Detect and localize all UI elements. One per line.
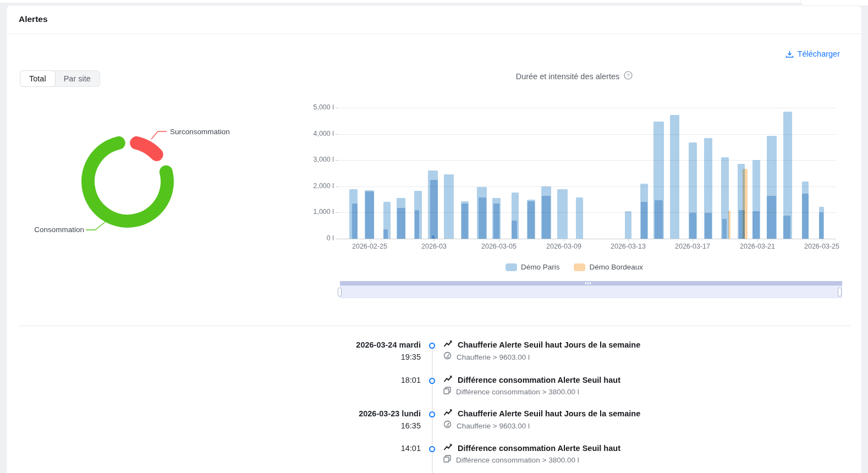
header-divider [7,34,861,34]
svg-text:?: ? [627,72,630,78]
x-axis-label: 2026-03-13 [598,243,658,250]
datazoom-left-handle[interactable] [338,288,342,296]
legend-item-p[interactable]: Démo Paris [506,263,560,271]
alert-title: Chaufferie Alerte Seuil haut Jours de la… [458,408,640,420]
timeline-dot [429,343,435,349]
legend-swatch [506,263,517,271]
x-axis-tick [370,239,370,241]
alert-date: 2026-03-24 mardi [356,339,421,351]
donut-slice-surconsommation[interactable] [136,143,156,155]
datazoom-grip-icon[interactable] [585,282,591,284]
alert-bar-demo-bordeaux[interactable] [743,169,748,239]
diff-icon [443,455,451,466]
legend-item-b[interactable]: Démo Bordeaux [574,263,643,271]
alert-bar-demo-paris[interactable] [576,197,583,239]
alert-bar-demo-paris[interactable] [397,208,405,239]
timeline-dot [429,446,435,452]
alert-bar-demo-paris[interactable] [352,204,358,239]
alert-time: 18:01 [401,375,421,387]
y-axis-tick [336,108,338,108]
alert-bar-demo-paris[interactable] [752,211,760,239]
alert-datetime: 2026-03-24 mardi19:35 [356,339,421,363]
view-mode-tabs: Total Par site [20,70,100,87]
x-axis-label: 2026-03-21 [727,243,788,250]
gridline [338,134,836,135]
x-axis-label: 2026-02-25 [339,243,400,250]
alert-bar-demo-paris[interactable] [625,211,631,239]
trending-up-icon [443,339,453,351]
alert-bar-demo-paris[interactable] [542,196,551,239]
alert-bar-demo-paris[interactable] [528,201,535,239]
alert-title: Différence consommation Alerte Seuil hau… [458,375,620,386]
alert-bar-demo-paris[interactable] [479,197,486,239]
download-button[interactable]: Télécharger [785,50,840,58]
x-axis-tick [434,239,435,241]
tab-par-site[interactable]: Par site [55,71,100,86]
alert-title-row: Chaufferie Alerte Seuil haut Jours de la… [443,408,640,420]
alert-bar-demo-paris[interactable] [430,180,438,239]
alert-title: Chaufferie Alerte Seuil haut Jours de la… [458,339,640,351]
tab-total[interactable]: Total [20,70,56,87]
x-axis-tick [628,239,629,241]
alert-bar-demo-paris[interactable] [512,221,517,239]
alert-row[interactable]: 14:01Différence consommation Alerte Seui… [0,443,868,473]
download-label: Télécharger [798,50,840,58]
alert-datetime: 18:01 [401,375,421,387]
alert-date: 2026-03-23 lundi [359,408,421,420]
consumption-donut-chart: Surconsommation Consommation [0,107,275,256]
alert-detail: Différence consommation > 3800.00 l [456,387,579,398]
download-icon [785,50,794,58]
datazoom-selected-area[interactable] [340,285,842,298]
y-axis-tick [336,160,338,161]
alert-bar-demo-paris[interactable] [670,115,679,239]
alert-bar-demo-paris[interactable] [689,213,696,239]
alert-bar-demo-paris[interactable] [383,229,388,239]
y-axis-tick [336,239,338,239]
gridline [338,160,836,161]
datazoom-move-handle[interactable] [340,281,842,285]
alert-datetime: 14:01 [401,443,421,455]
alert-bar-demo-paris[interactable] [722,219,727,239]
help-icon[interactable]: ? [624,71,633,81]
alert-detail: Chaufferie > 9603.00 l [457,352,530,363]
alert-bar-demo-paris[interactable] [462,204,468,239]
x-axis-tick [499,239,499,241]
y-axis-tick [336,134,338,135]
alert-bar-demo-paris[interactable] [802,194,809,239]
alert-row[interactable]: 2026-03-23 lundi16:35Chaufferie Alerte S… [0,408,868,439]
gridline [338,186,836,187]
alert-datetime: 2026-03-23 lundi16:35 [359,408,421,432]
alert-bar-demo-paris[interactable] [365,191,374,239]
legend-swatch [574,263,585,271]
gridline [338,212,836,213]
datazoom-right-handle[interactable] [838,288,842,296]
alert-bar-demo-paris[interactable] [641,202,647,239]
gauge-icon [443,420,452,432]
alert-title-row: Chaufferie Alerte Seuil haut Jours de la… [443,339,640,351]
alert-bar-demo-paris[interactable] [819,212,823,239]
alert-bar-demo-paris[interactable] [493,204,499,239]
alert-row[interactable]: 2026-03-24 mardi19:35Chaufferie Alerte S… [0,339,868,370]
donut-label-surconsommation: Surconsommation [170,128,230,136]
page-title: Alertes [19,14,48,24]
timeline-dot [429,411,435,417]
alert-bar-demo-bordeaux[interactable] [728,211,730,239]
x-axis-tick [564,239,564,241]
alert-bar-demo-paris[interactable] [783,216,790,239]
alert-bar-demo-paris[interactable] [655,200,663,239]
alert-title-row: Différence consommation Alerte Seuil hau… [443,375,620,386]
bar-chart-title: Durée et intensité des alertes [516,72,620,81]
x-axis-tick [757,239,758,241]
legend-label: Démo Paris [521,263,560,271]
alert-bar-demo-paris[interactable] [557,189,568,239]
alert-content: Chaufferie Alerte Seuil haut Jours de la… [443,408,640,432]
alert-bar-demo-paris[interactable] [705,213,712,239]
gridline [338,108,836,108]
alert-row[interactable]: 18:01Différence consommation Alerte Seui… [0,375,868,405]
alert-bar-demo-paris[interactable] [444,174,454,239]
alert-bar-demo-paris[interactable] [415,210,419,239]
alert-bar-demo-paris[interactable] [767,196,776,239]
x-axis-label: 2026-03-25 [792,243,852,250]
bar-chart-plot-area [338,108,836,239]
y-axis-label: 2,000 l [290,182,334,190]
